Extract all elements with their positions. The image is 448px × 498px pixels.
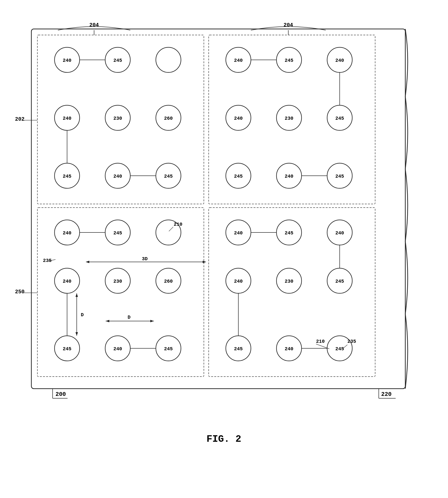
svg-marker-65 [86,261,89,263]
svg-marker-66 [203,261,206,263]
bl-node-01: 245 [113,230,122,236]
label-D-vertical: D [81,312,84,318]
label-210-bl: 210 [174,222,182,227]
label-200: 200 [55,391,66,398]
label-D-horizontal: D [128,315,130,320]
label-204-right: 204 [284,22,293,28]
main-svg: 240 245 240 230 260 245 240 245 240 245 … [0,0,448,498]
label-235-br: 235 [347,339,356,344]
tl-node-20: 245 [63,174,71,179]
tr-node-21: 240 [285,174,293,179]
svg-marker-69 [76,332,78,336]
br-node-00: 240 [234,230,243,236]
tl-node-00: 240 [63,58,71,63]
tl-node-10: 240 [63,116,71,121]
br-node-21: 240 [285,346,293,352]
label-250: 250 [15,289,25,295]
tl-node-12: 260 [164,116,173,121]
svg-marker-68 [76,293,78,297]
tr-node-20: 245 [234,174,243,179]
svg-point-4 [156,47,181,72]
tl-node-21: 240 [113,174,122,179]
tl-node-11: 230 [113,116,122,121]
br-node-11: 230 [285,279,293,284]
tr-node-00: 240 [234,58,243,63]
bl-node-12: 260 [164,279,173,284]
label-204-left: 204 [89,22,99,28]
br-node-10: 240 [234,279,243,284]
tr-node-11: 230 [285,116,293,121]
bl-node-20: 245 [63,346,71,352]
bl-node-10: 240 [63,279,71,284]
br-node-01: 245 [285,230,293,236]
tr-node-10: 240 [234,116,243,121]
fig-caption: FIG. 2 [207,434,241,445]
label-202: 202 [15,116,25,122]
tl-node-01: 245 [113,58,122,63]
br-node-20: 245 [234,346,243,352]
br-node-12: 245 [335,279,344,284]
label-220: 220 [381,391,392,398]
bl-node-21: 240 [113,346,122,352]
svg-marker-71 [106,320,109,322]
svg-rect-0 [31,29,405,389]
tr-node-01: 245 [285,58,293,63]
label-3D: 3D [142,256,148,262]
bl-node-22: 245 [164,346,173,352]
tr-node-12: 245 [335,116,344,121]
bl-node-00: 240 [63,230,71,236]
tr-node-22: 245 [335,174,344,179]
br-node-02: 240 [335,230,344,236]
br-node-22: 245 [335,346,344,352]
tl-node-22: 245 [164,174,173,179]
label-210-br: 210 [316,339,325,344]
svg-marker-72 [150,320,154,322]
bl-node-11: 230 [113,279,122,284]
tr-node-02: 240 [335,58,344,63]
